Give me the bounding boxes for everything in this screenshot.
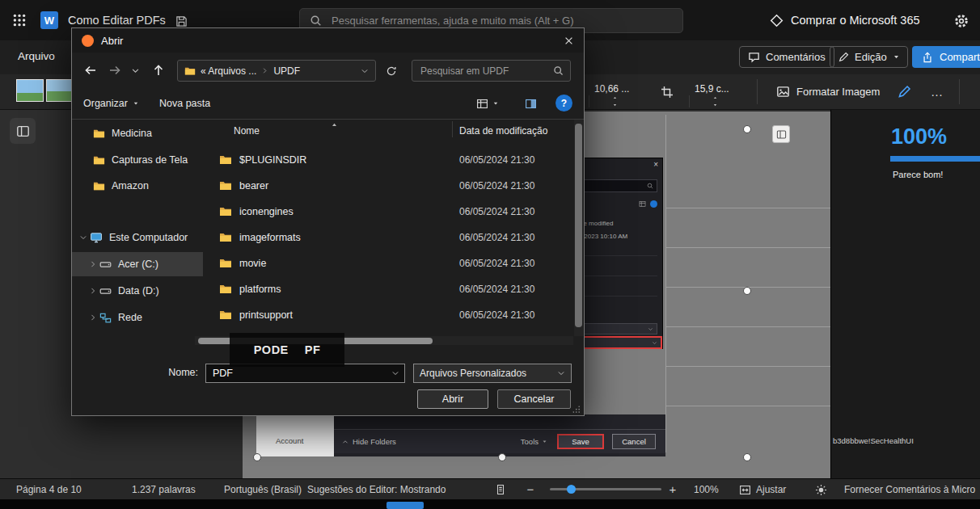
sidebar-item-data-d[interactable]: Data (D:) — [72, 279, 203, 303]
sidebar-item-rede[interactable]: Rede — [72, 305, 203, 330]
forward-arrow-icon — [108, 64, 121, 77]
forward-button[interactable] — [104, 61, 125, 80]
width-stepper[interactable] — [689, 95, 741, 107]
file-row[interactable]: $PLUGINSDIR 06/05/2024 21:30 — [195, 147, 572, 173]
embedded-tools: Tools — [521, 437, 547, 446]
zoom-level[interactable]: 100% — [694, 484, 719, 495]
sidebar-item-amazon[interactable]: Amazon — [72, 174, 209, 198]
caption-word: PF — [305, 343, 321, 356]
status-language[interactable]: Português (Brasil) — [224, 484, 302, 495]
focus-mode-button[interactable] — [493, 483, 508, 496]
zoom-in-button[interactable]: + — [666, 482, 679, 495]
app-launcher-button[interactable] — [10, 11, 29, 30]
dialog-close-button[interactable] — [553, 28, 584, 53]
layout-options-button[interactable] — [772, 125, 790, 143]
file-row[interactable]: printsupport 06/05/2024 21:30 — [195, 302, 572, 328]
column-header-modified[interactable]: Data de modificação — [459, 125, 547, 137]
tab-arquivo[interactable]: Arquivo — [18, 50, 55, 62]
buy-microsoft365-button[interactable]: Comprar o Microsoft 365 — [770, 11, 920, 30]
vertical-scrollbar[interactable] — [574, 120, 583, 336]
organize-menu-button[interactable]: Organizar — [83, 94, 139, 113]
sidebar-item-capturas[interactable]: Capturas de Tela — [72, 148, 209, 172]
selection-handle[interactable] — [743, 453, 751, 461]
file-row[interactable]: movie 06/05/2024 21:30 — [195, 250, 572, 276]
selection-handle[interactable] — [253, 453, 261, 461]
picture-thumbnail[interactable] — [46, 79, 74, 102]
titlebar-search-input[interactable] — [330, 14, 673, 27]
save-status-button[interactable] — [173, 13, 189, 29]
preview-pane-button[interactable] — [518, 94, 543, 113]
share-button[interactable]: Compartilhar — [912, 46, 980, 68]
embedded-line — [665, 115, 666, 452]
column-header-name[interactable]: Nome — [234, 125, 260, 137]
image-height-field[interactable]: 10,66 ... — [589, 81, 640, 103]
picture-icon — [776, 85, 790, 99]
resize-grip-icon[interactable] — [571, 404, 581, 414]
drive-icon — [99, 285, 112, 297]
selection-handle[interactable] — [743, 287, 751, 295]
column-divider[interactable] — [452, 121, 453, 137]
back-button[interactable] — [80, 61, 101, 80]
feedback-link[interactable]: Fornecer Comentários à Micro — [844, 484, 975, 495]
picture-thumbnail[interactable] — [16, 79, 44, 102]
filename-input[interactable] — [211, 367, 388, 380]
status-page-count[interactable]: Página 4 de 10 — [16, 484, 82, 495]
cancel-button[interactable]: Cancelar — [497, 389, 571, 409]
address-bar[interactable]: « Arquivos ... UPDF — [177, 60, 376, 82]
document-title[interactable]: Como Editar PDFs — [68, 14, 166, 27]
stepper-up-icon — [712, 95, 718, 100]
comments-button[interactable]: Comentários — [739, 46, 834, 68]
format-image-button[interactable]: Formatar Imagem — [768, 80, 888, 103]
editing-mode-button[interactable]: Edição — [830, 46, 908, 68]
file-row[interactable]: imageformats 06/05/2024 21:30 — [195, 225, 572, 250]
share-icon — [922, 52, 933, 63]
status-word-count[interactable]: 1.237 palavras — [132, 484, 196, 495]
sidebar-item-acer-c[interactable]: Acer (C:) — [72, 252, 203, 276]
organize-label: Organizar — [83, 98, 128, 109]
new-folder-button[interactable]: Nova pasta — [159, 94, 210, 113]
image-width-field[interactable]: 15,9 c... — [689, 81, 741, 103]
selection-handle[interactable] — [743, 125, 751, 133]
zoom-slider-thumb[interactable] — [567, 485, 576, 494]
pen-icon — [838, 52, 849, 63]
sidebar-label: Medicina — [112, 128, 152, 139]
chevron-down-icon[interactable] — [391, 369, 399, 377]
word-logo-icon[interactable]: W — [40, 11, 58, 29]
draw-tool-button[interactable] — [893, 80, 915, 103]
dialog-search-input[interactable] — [419, 65, 548, 78]
file-row[interactable]: bearer 06/05/2024 21:30 — [195, 173, 572, 199]
caret-down-icon — [492, 100, 499, 107]
fit-button[interactable]: Ajustar — [739, 482, 786, 497]
refresh-button[interactable] — [381, 60, 402, 82]
embedded-help-icon — [650, 200, 657, 208]
recent-locations-button[interactable] — [129, 64, 142, 77]
folder-icon — [219, 257, 232, 270]
scrollbar-thumb[interactable] — [575, 124, 582, 327]
taskbar-peek[interactable] — [387, 502, 424, 509]
more-ribbon-options-button[interactable]: ... — [927, 80, 948, 103]
crop-button[interactable] — [657, 82, 678, 103]
address-dropdown-icon[interactable] — [361, 67, 369, 75]
zoom-out-button[interactable]: − — [524, 482, 537, 495]
up-button[interactable] — [148, 61, 169, 80]
open-dialog: Abrir « Arquivos ... UPDF — [71, 27, 585, 416]
nav-pane-toggle[interactable] — [10, 118, 36, 144]
dialog-search-box[interactable] — [412, 60, 571, 82]
breadcrumb-current[interactable]: UPDF — [273, 65, 300, 77]
open-button[interactable]: Abrir — [417, 389, 488, 409]
file-row[interactable]: iconengines 06/05/2024 21:30 — [195, 199, 572, 225]
theme-toggle-button[interactable] — [813, 483, 828, 496]
views-button[interactable] — [476, 94, 499, 113]
breadcrumb-prefix[interactable]: « Arquivos ... — [201, 65, 256, 77]
filetype-dropdown[interactable]: Arquivos Personalizados — [413, 364, 572, 383]
sidebar-item-este-computador[interactable]: Este Computador — [72, 225, 193, 250]
height-stepper[interactable] — [589, 95, 640, 107]
file-row[interactable]: platforms 06/05/2024 21:30 — [195, 276, 572, 302]
settings-button[interactable] — [953, 12, 970, 30]
status-editor-suggestions[interactable]: Sugestões do Editor: Mostrando — [307, 484, 446, 495]
dialog-titlebar[interactable]: Abrir — [72, 28, 584, 53]
embedded-line — [665, 406, 830, 406]
sidebar-item-medicina[interactable]: Medicina — [72, 121, 209, 145]
selection-handle[interactable] — [498, 453, 506, 461]
help-button[interactable]: ? — [555, 95, 572, 111]
